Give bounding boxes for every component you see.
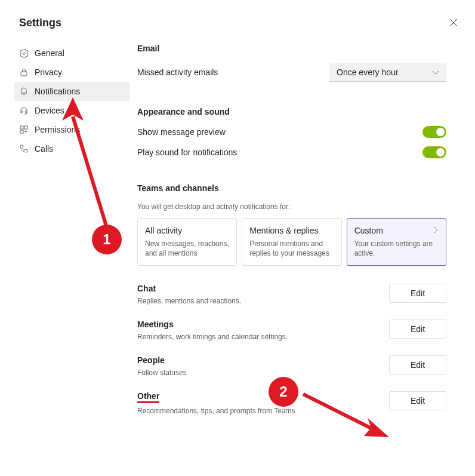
svg-rect-0 <box>21 72 27 76</box>
people-edit-button[interactable]: Edit <box>389 355 446 374</box>
close-icon <box>449 19 458 27</box>
svg-rect-2 <box>24 126 27 129</box>
sound-toggle[interactable] <box>422 146 446 158</box>
card-title: Custom <box>354 226 383 235</box>
missed-emails-label: Missed activity emails <box>137 67 218 77</box>
section-appearance-heading: Appearance and sound <box>137 107 446 116</box>
teams-subtext: You will get desktop and activity notifi… <box>137 202 446 211</box>
section-email-heading: Email <box>137 44 446 53</box>
bell-icon <box>19 87 29 96</box>
card-desc: Your custom settings are active. <box>354 239 439 258</box>
sound-label: Play sound for notifications <box>137 148 237 157</box>
annotation-badge-1: 1 <box>92 225 122 254</box>
chevron-down-icon <box>432 67 439 77</box>
card-title: All activity <box>145 226 229 235</box>
card-desc: New messages, reactions, and all mention… <box>145 239 229 258</box>
section-chat-desc: Replies, mentions and reactions. <box>137 297 389 305</box>
card-mentions-replies[interactable]: Mentions & replies Personal mentions and… <box>242 218 341 266</box>
section-people-title: People <box>137 355 389 365</box>
section-people-desc: Follow statuses <box>137 368 389 377</box>
meetings-edit-button[interactable]: Edit <box>389 320 446 339</box>
section-teams-heading: Teams and channels <box>137 183 446 193</box>
chevron-right-icon <box>434 226 439 235</box>
main-content: Email Missed activity emails Once every … <box>130 44 475 429</box>
preview-label: Show message preview <box>137 127 226 137</box>
preview-toggle[interactable] <box>422 126 446 138</box>
card-desc: Personal mentions and replies to your me… <box>249 239 334 258</box>
close-button[interactable] <box>449 18 458 27</box>
card-all-activity[interactable]: All activity New messages, reactions, an… <box>137 218 237 266</box>
sidebar-item-label: Notifications <box>35 87 80 96</box>
section-meetings-title: Meetings <box>137 320 389 329</box>
other-edit-button[interactable]: Edit <box>389 391 446 410</box>
missed-emails-select[interactable]: Once every hour <box>329 63 446 82</box>
section-meetings-desc: Reminders, work timings and calendar set… <box>137 333 389 341</box>
page-title: Settings <box>0 0 475 29</box>
svg-rect-1 <box>20 126 23 129</box>
gear-icon <box>19 48 29 58</box>
chat-edit-button[interactable]: Edit <box>389 284 446 303</box>
phone-icon <box>19 144 29 153</box>
lock-icon <box>19 67 29 77</box>
card-title: Mentions & replies <box>249 226 334 235</box>
sidebar-item-label: General <box>35 48 64 58</box>
sidebar-item-label: Calls <box>35 144 53 153</box>
sidebar-item-general[interactable]: General <box>14 44 130 63</box>
apps-icon <box>19 125 29 134</box>
annotation-arrow-2 <box>300 388 395 442</box>
annotation-arrow-1 <box>60 96 113 230</box>
sidebar-item-label: Privacy <box>35 67 62 77</box>
select-value: Once every hour <box>337 67 399 77</box>
sidebar-item-privacy[interactable]: Privacy <box>14 63 130 82</box>
annotation-badge-2: 2 <box>269 377 298 407</box>
card-custom[interactable]: Custom Your custom settings are active. <box>347 218 446 266</box>
svg-rect-3 <box>20 130 23 133</box>
headset-icon <box>19 106 29 115</box>
section-chat-title: Chat <box>137 284 389 293</box>
